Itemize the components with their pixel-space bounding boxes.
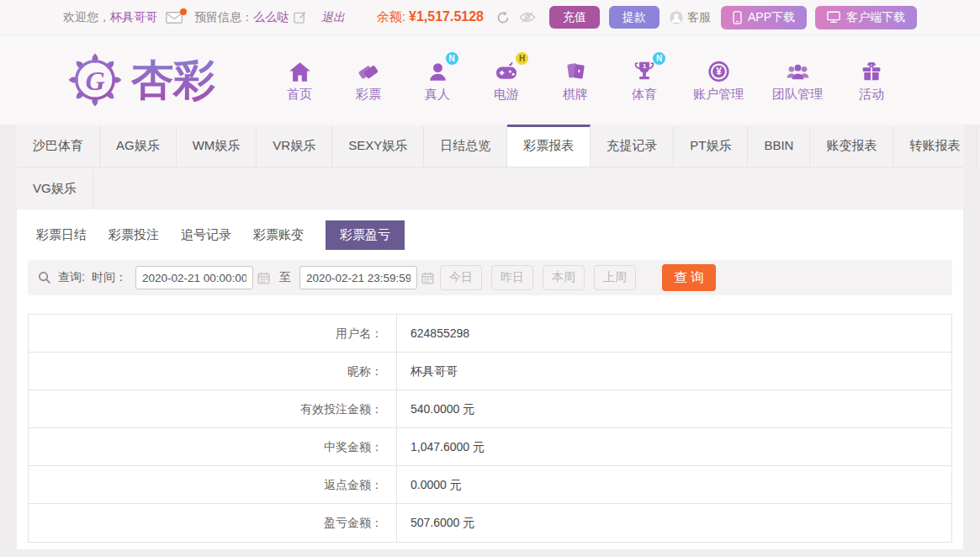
site-header: G 杏彩 首页 彩票 N	[0, 35, 980, 125]
main-nav: 首页 彩票 N 真人 H 电游 棋牌	[279, 57, 892, 103]
nav-item-home[interactable]: 首页	[279, 57, 320, 103]
row-value: 1,047.6000 元	[397, 428, 485, 465]
calendar-icon[interactable]	[421, 272, 434, 284]
row-label: 盈亏金额：	[29, 504, 397, 542]
client-download-button[interactable]: 客户端下载	[815, 6, 917, 29]
cards-icon	[564, 57, 587, 82]
nav-item-account-management[interactable]: ¥ 账户管理	[693, 57, 744, 103]
tab-shaba-sports[interactable]: 沙巴体育	[17, 125, 100, 167]
nav-item-live-casino[interactable]: N 真人	[417, 57, 458, 103]
tab-balance-query[interactable]: 余额查询	[977, 125, 980, 167]
tab-row-2: VG娱乐	[17, 167, 963, 210]
tab-wm[interactable]: WM娱乐	[177, 125, 257, 167]
nav-item-lottery[interactable]: 彩票	[348, 57, 389, 103]
customer-service-label: 客服	[687, 10, 711, 25]
table-row-profit-loss-amount: 盈亏金额： 507.6000 元	[29, 504, 951, 542]
date-to-input[interactable]	[299, 266, 417, 289]
balance-value: ¥1,517.5128	[409, 9, 484, 24]
quick-last-week-button[interactable]: 上周	[594, 265, 636, 290]
row-label: 有效投注金额：	[29, 390, 397, 427]
subtab-lottery-daily[interactable]: 彩票日结	[36, 220, 87, 250]
tab-vr[interactable]: VR娱乐	[257, 125, 332, 167]
row-value: 540.0000 元	[397, 390, 474, 427]
recharge-button[interactable]: 充值	[549, 6, 600, 29]
badge-h: H	[516, 52, 528, 65]
row-value: 0.0000 元	[397, 466, 462, 503]
badge-n: N	[653, 52, 665, 65]
tab-daily-overview[interactable]: 日结总览	[424, 125, 507, 167]
withdraw-button[interactable]: 提款	[609, 6, 660, 29]
subtab-lottery-account-change[interactable]: 彩票账变	[253, 220, 304, 250]
quick-yesterday-button[interactable]: 昨日	[491, 265, 533, 290]
logo-emblem-icon: G	[67, 52, 123, 108]
table-row-rebate-amount: 返点金额： 0.0000 元	[29, 466, 951, 504]
username: 杯具哥哥	[110, 10, 157, 25]
hide-balance-icon[interactable]	[519, 11, 536, 24]
balance-label: 余额:	[377, 9, 405, 24]
row-label: 中奖金额：	[29, 428, 397, 465]
svg-text:1: 1	[643, 62, 646, 70]
nav-item-egames[interactable]: H 电游	[486, 57, 527, 103]
trophy-icon: 1 N	[633, 57, 656, 82]
mail-icon[interactable]	[166, 12, 183, 24]
query-label: 查询:	[58, 270, 85, 285]
live-person-icon: N	[426, 57, 449, 82]
tab-lottery-report[interactable]: 彩票报表	[507, 125, 591, 167]
gift-icon	[861, 57, 882, 82]
svg-text:G: G	[85, 66, 104, 96]
unread-dot	[180, 8, 187, 15]
monitor-icon	[827, 11, 840, 24]
query-submit-button[interactable]: 查 询	[662, 264, 716, 291]
profit-loss-table: 用户名： 624855298 昵称： 杯具哥哥 有效投注金额： 540.0000…	[28, 314, 952, 543]
tab-row-1: 沙巴体育 AG娱乐 WM娱乐 VR娱乐 SEXY娱乐 日结总览 彩票报表 充提记…	[17, 125, 963, 167]
subtab-lottery-bets[interactable]: 彩票投注	[109, 220, 159, 250]
reserved-label: 预留信息：	[194, 10, 253, 25]
table-row-username: 用户名： 624855298	[29, 315, 951, 353]
refresh-icon[interactable]	[495, 10, 511, 25]
lottery-subtabs: 彩票日结 彩票投注 追号记录 彩票账变 彩票盈亏	[36, 220, 952, 250]
tab-pt[interactable]: PT娱乐	[674, 125, 748, 167]
app-download-label: APP下载	[748, 10, 795, 25]
client-download-label: 客户端下载	[846, 10, 905, 25]
quick-today-button[interactable]: 今日	[440, 265, 482, 290]
report-tabstrip: 沙巴体育 AG娱乐 WM娱乐 VR娱乐 SEXY娱乐 日结总览 彩票报表 充提记…	[17, 125, 963, 210]
welcome-text: 欢迎您，	[63, 10, 110, 25]
tab-deposit-withdraw-records[interactable]: 充提记录	[591, 125, 674, 167]
tab-sexy[interactable]: SEXY娱乐	[332, 125, 424, 167]
tab-bbin[interactable]: BBIN	[748, 125, 810, 167]
row-label: 用户名：	[29, 315, 397, 352]
reserved-value[interactable]: 么么哒	[253, 10, 289, 25]
row-value: 507.6000 元	[397, 504, 474, 542]
app-download-button[interactable]: APP下载	[721, 6, 807, 29]
logo[interactable]: G 杏彩	[67, 52, 230, 108]
tab-vg[interactable]: VG娱乐	[17, 167, 93, 210]
row-label: 返点金额：	[29, 466, 397, 503]
tab-ag[interactable]: AG娱乐	[100, 125, 177, 167]
calendar-icon[interactable]	[257, 272, 270, 284]
balance: 余额: ¥1,517.5128	[377, 9, 484, 25]
tab-account-change-report[interactable]: 账变报表	[810, 125, 893, 167]
team-icon	[786, 57, 810, 82]
customer-service-link[interactable]: 客服	[669, 10, 711, 25]
table-row-winning-amount: 中奖金额： 1,047.6000 元	[29, 428, 951, 466]
search-icon	[38, 271, 51, 284]
svg-text:¥: ¥	[716, 66, 722, 77]
quick-this-week-button[interactable]: 本周	[543, 265, 585, 290]
logout-link[interactable]: 退出	[321, 10, 345, 25]
nav-item-sports[interactable]: 1 N 体育	[624, 57, 665, 103]
subtab-lottery-profit-loss[interactable]: 彩票盈亏	[326, 220, 405, 250]
nav-item-board-games[interactable]: 棋牌	[555, 57, 596, 103]
tab-transfer-report[interactable]: 转账报表	[893, 125, 977, 167]
edit-icon[interactable]	[294, 11, 306, 24]
time-label: 时间：	[92, 270, 127, 285]
row-label: 昵称：	[29, 353, 397, 390]
home-icon	[289, 57, 311, 82]
subtab-chase-records[interactable]: 追号记录	[181, 220, 231, 250]
nav-item-promotions[interactable]: 活动	[851, 57, 892, 103]
row-value: 杯具哥哥	[397, 353, 458, 390]
topbar: 欢迎您， 杯具哥哥 预留信息： 么么哒 退出 余额: ¥1,517.5128 充…	[0, 0, 980, 35]
yen-coin-icon: ¥	[707, 57, 730, 82]
date-from-input[interactable]	[135, 266, 253, 289]
nav-item-team-management[interactable]: 团队管理	[772, 57, 823, 103]
badge-n: N	[446, 52, 458, 65]
